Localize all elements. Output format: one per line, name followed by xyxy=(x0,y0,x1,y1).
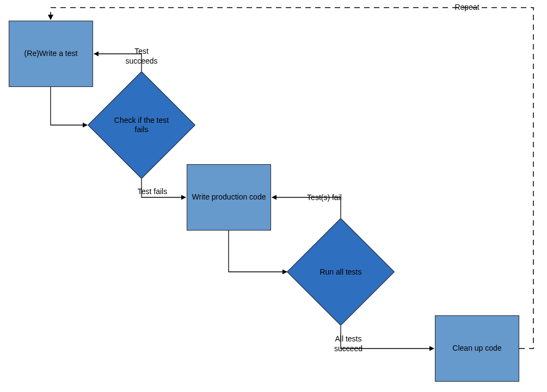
edge-rewrite-to-check xyxy=(51,87,87,125)
node-rewrite-test-label: (Re)Write a test xyxy=(24,49,78,59)
node-run-all-tests-label: Run all tests xyxy=(303,234,379,310)
node-clean-up-code-label: Clean up code xyxy=(452,344,501,353)
node-check-fails-label: Check if the test fails xyxy=(103,87,180,163)
node-rewrite-test: (Re)Write a test xyxy=(9,21,93,87)
node-run-all-tests: Run all tests xyxy=(303,234,379,310)
edge-write-to-run xyxy=(229,231,287,272)
node-write-production-code-label: Write production code xyxy=(192,192,266,202)
edge-label-repeat: Repeat xyxy=(451,3,483,13)
edge-label-test-fails: Test fails xyxy=(136,187,169,197)
edge-label-tests-fail: Test(s) fail xyxy=(297,193,352,203)
edge-label-all-tests-succeed: All tests succeed xyxy=(327,334,370,353)
node-check-fails: Check if the test fails xyxy=(103,87,180,163)
node-write-production-code: Write production code xyxy=(187,164,271,231)
flowchart-canvas: (Re)Write a test Check if the test fails… xyxy=(0,0,547,392)
node-clean-up-code: Clean up code xyxy=(435,315,519,382)
edge-label-test-succeeds: Test succeeds xyxy=(120,47,163,66)
